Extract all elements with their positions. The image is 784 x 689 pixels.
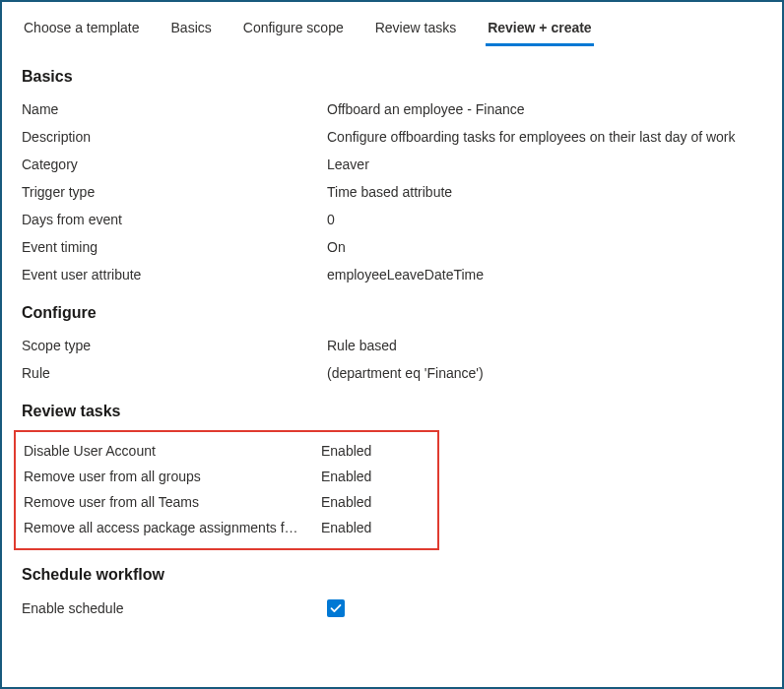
label-enable-schedule: Enable schedule [22,600,327,616]
row-description: Description Configure offboarding tasks … [22,123,762,151]
row-scope-type: Scope type Rule based [22,332,762,359]
value-task-remove-groups: Enabled [321,469,429,484]
value-rule: (department eq 'Finance') [327,365,762,381]
row-days-from-event: Days from event 0 [22,206,762,233]
review-tasks-highlight: Disable User Account Enabled Remove user… [14,430,439,550]
value-event-timing: On [327,239,762,255]
label-description: Description [22,129,327,145]
value-task-disable-user: Enabled [321,443,429,459]
label-event-timing: Event timing [22,239,327,255]
row-event-user-attribute: Event user attribute employeeLeaveDateTi… [22,261,762,288]
row-category: Category Leaver [22,151,762,178]
value-enable-schedule [327,599,762,617]
row-rule: Rule (department eq 'Finance') [22,359,762,387]
value-scope-type: Rule based [327,338,762,353]
row-trigger-type: Trigger type Time based attribute [22,178,762,206]
label-scope-type: Scope type [22,338,327,353]
value-category: Leaver [327,157,762,172]
label-task-remove-teams: Remove user from all Teams [24,494,321,510]
value-trigger-type: Time based attribute [327,184,762,200]
value-description: Configure offboarding tasks for employee… [327,129,762,145]
row-task-remove-access-packages: Remove all access package assignments f…… [24,515,429,540]
label-event-user-attribute: Event user attribute [22,267,327,282]
section-title-basics: Basics [22,68,762,86]
value-name: Offboard an employee - Finance [327,101,762,117]
value-task-remove-access-packages: Enabled [321,520,429,535]
label-rule: Rule [22,365,327,381]
row-task-disable-user: Disable User Account Enabled [24,438,429,464]
label-name: Name [22,101,327,117]
row-task-remove-teams: Remove user from all Teams Enabled [24,489,429,515]
section-title-review-tasks: Review tasks [22,403,762,420]
label-task-remove-access-packages: Remove all access package assignments f… [24,520,321,535]
label-task-remove-groups: Remove user from all groups [24,469,321,484]
label-category: Category [22,157,327,172]
tab-review-tasks[interactable]: Review tasks [373,12,458,45]
row-name: Name Offboard an employee - Finance [22,95,762,123]
value-event-user-attribute: employeeLeaveDateTime [327,267,762,282]
tab-choose-template[interactable]: Choose a template [22,12,142,45]
tab-review-create[interactable]: Review + create [486,12,593,45]
label-trigger-type: Trigger type [22,184,327,200]
label-task-disable-user: Disable User Account [24,443,321,459]
tab-configure-scope[interactable]: Configure scope [241,12,346,45]
row-task-remove-groups: Remove user from all groups Enabled [24,464,429,489]
tab-basics[interactable]: Basics [169,12,214,45]
row-event-timing: Event timing On [22,233,762,261]
label-days-from-event: Days from event [22,212,327,227]
wizard-tabs: Choose a template Basics Configure scope… [22,12,762,46]
row-enable-schedule: Enable schedule [22,594,762,623]
section-title-configure: Configure [22,304,762,322]
enable-schedule-checkbox[interactable] [327,599,345,617]
section-title-schedule: Schedule workflow [22,566,762,584]
value-task-remove-teams: Enabled [321,494,429,510]
value-days-from-event: 0 [327,212,762,227]
check-icon [330,602,342,614]
